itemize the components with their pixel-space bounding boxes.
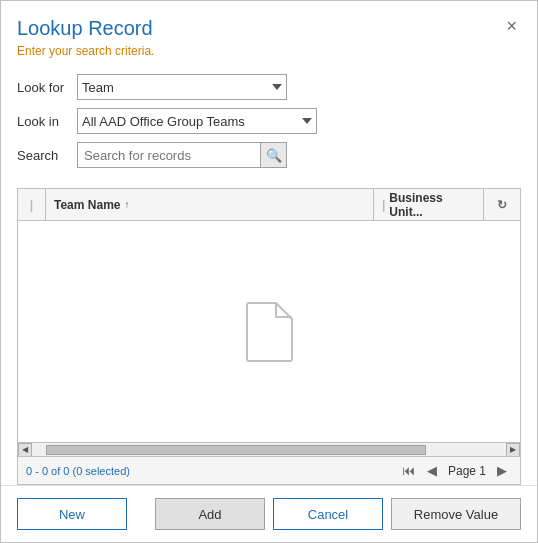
refresh-button[interactable]: ↻ (484, 189, 520, 220)
table-footer: 0 - 0 of 0 (0 selected) ⏮ ◀ Page 1 ▶ (18, 456, 520, 484)
teamname-col-header[interactable]: Team Name ↑ (46, 189, 374, 220)
lookup-record-dialog: Lookup Record Enter your search criteria… (0, 0, 538, 543)
lookfor-select[interactable]: Team (77, 74, 287, 100)
teamname-col-label: Team Name (54, 198, 120, 212)
record-count: 0 - 0 of 0 (0 selected) (26, 465, 130, 477)
prev-page-button[interactable]: ◀ (422, 462, 442, 479)
lookfor-row: Look for Team (17, 74, 521, 100)
empty-state (244, 301, 294, 363)
scroll-thumb (46, 445, 426, 455)
dialog-subtitle: Enter your search criteria. (17, 44, 521, 58)
remove-value-button[interactable]: Remove Value (391, 498, 521, 530)
divider-icon2: | (382, 198, 385, 212)
add-button[interactable]: Add (155, 498, 265, 530)
scroll-left-btn[interactable]: ◀ (18, 443, 32, 457)
lookin-label: Look in (17, 114, 77, 129)
scroll-right-btn[interactable]: ▶ (506, 443, 520, 457)
search-input-wrapper: 🔍 (77, 142, 287, 168)
search-icon: 🔍 (266, 148, 282, 163)
checkbox-col-header: | (18, 189, 46, 220)
next-page-button[interactable]: ▶ (492, 462, 512, 479)
search-input[interactable] (78, 143, 260, 167)
form-section: Look for Team Look in All AAD Office Gro… (1, 66, 537, 188)
dialog-header: Lookup Record Enter your search criteria… (1, 1, 537, 66)
cancel-button[interactable]: Cancel (273, 498, 383, 530)
results-table: | Team Name ↑ | Business Unit... ↻ (17, 188, 521, 485)
page-label: Page 1 (444, 464, 490, 478)
horizontal-scrollbar[interactable]: ◀ ▶ (18, 442, 520, 456)
new-button[interactable]: New (17, 498, 127, 530)
dialog-buttons: New Add Cancel Remove Value (1, 485, 537, 542)
close-button[interactable]: × (500, 15, 523, 37)
businessunit-col-header[interactable]: | Business Unit... (374, 189, 484, 220)
search-button[interactable]: 🔍 (260, 143, 286, 167)
first-page-button[interactable]: ⏮ (397, 462, 420, 479)
scroll-track (32, 443, 506, 456)
divider-icon: | (30, 198, 33, 212)
search-label: Search (17, 148, 77, 163)
dialog-title: Lookup Record (17, 17, 521, 40)
pagination: ⏮ ◀ Page 1 ▶ (397, 462, 512, 479)
table-body (18, 221, 520, 442)
sort-arrow: ↑ (124, 199, 129, 210)
empty-file-icon (244, 301, 294, 363)
search-row: Search 🔍 (17, 142, 521, 168)
businessunit-col-label: Business Unit... (389, 191, 475, 219)
table-header: | Team Name ↑ | Business Unit... ↻ (18, 189, 520, 221)
refresh-icon: ↻ (497, 198, 507, 212)
lookfor-label: Look for (17, 80, 77, 95)
lookin-row: Look in All AAD Office Group Teams (17, 108, 521, 134)
lookin-select[interactable]: All AAD Office Group Teams (77, 108, 317, 134)
